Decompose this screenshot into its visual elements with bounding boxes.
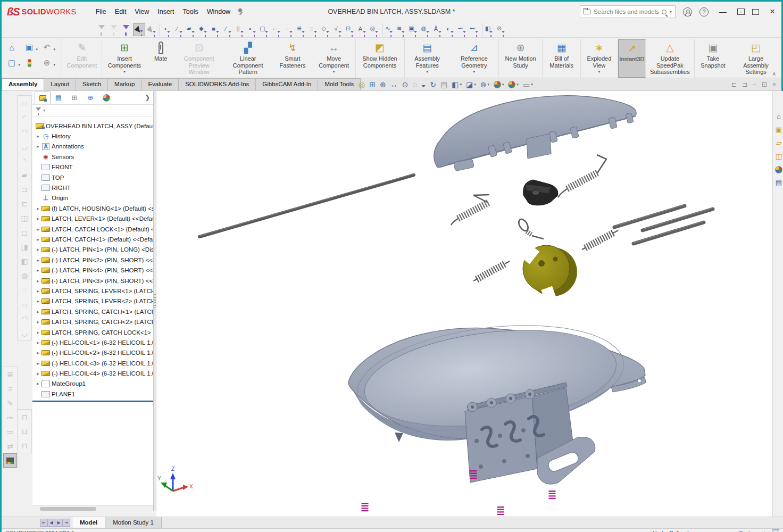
latch-spring-catch-2-part[interactable] — [473, 261, 510, 281]
featuremanager-design-tree-tab[interactable] — [35, 92, 51, 104]
expand-caret-icon[interactable] — [35, 227, 41, 232]
filter-notes[interactable]: A — [355, 23, 368, 36]
edit-appearance[interactable]: ▾ — [492, 80, 506, 89]
view-palette[interactable]: ◫ — [774, 151, 783, 161]
exploded-view-button[interactable]: ∗ Exploded View ▾ — [581, 39, 618, 78]
expand-caret-icon[interactable] — [35, 216, 41, 221]
toggle-selection-filters[interactable] — [121, 23, 133, 36]
next-tab-button[interactable]: ▶ — [55, 519, 63, 527]
square-wave-tool[interactable]: ⊓ — [18, 438, 31, 453]
search-dropdown-icon[interactable]: ▾ — [670, 10, 672, 14]
first-tab-button[interactable]: ⇤ — [40, 519, 48, 527]
tab-assembly[interactable]: Assembly — [2, 78, 44, 90]
doc-tile-right[interactable]: ⊐ — [742, 81, 747, 88]
expand-caret-icon[interactable] — [35, 278, 41, 284]
filter-routing-points[interactable]: ⊷ — [468, 23, 480, 36]
display-style[interactable]: ◪▾ — [464, 80, 478, 89]
expand-caret-icon[interactable] — [35, 371, 41, 376]
lasso-select-tool[interactable] — [145, 23, 157, 36]
search-box[interactable]: ▾ — [580, 5, 676, 18]
show-hidden-components-button[interactable]: ◩ Show Hidden Components — [356, 39, 405, 78]
tree-item[interactable]: TOP — [32, 172, 153, 182]
latch-pin-short-parts[interactable] — [614, 205, 713, 244]
filter-axes[interactable]: ⁄ — [221, 23, 233, 36]
expand-caret-icon[interactable] — [35, 309, 41, 314]
latch-spring-lever-2-part[interactable] — [558, 155, 606, 197]
expand-caret-icon[interactable] — [35, 237, 41, 242]
expand-caret-icon[interactable] — [35, 330, 41, 335]
shut-off-surfaces[interactable]: ◠ — [18, 311, 31, 326]
pan[interactable]: ↔ — [389, 80, 399, 89]
expand-caret-icon[interactable] — [35, 340, 41, 345]
move-face[interactable]: ◧ — [18, 254, 31, 268]
tree-item[interactable]: LATCH, SPRING, CATCH<2> (LATCHE — [32, 317, 153, 327]
dimxpertmanager-tab[interactable]: ⊕ — [82, 92, 98, 104]
filter-hatches[interactable]: ◐ — [443, 23, 455, 36]
draft-analysis[interactable]: ◍ — [18, 268, 31, 282]
search-icon[interactable] — [662, 10, 667, 14]
parting-surfaces[interactable]: ◡ — [18, 326, 31, 340]
appearances-scenes[interactable] — [774, 164, 783, 174]
color-display-mode[interactable] — [3, 453, 17, 468]
doc-restore[interactable]: ⊡ — [762, 81, 767, 88]
user-account-icon[interactable] — [683, 7, 692, 16]
filter-surface-finish-symbols[interactable]: √ — [331, 23, 343, 36]
view-orientation[interactable]: ◧▾ — [450, 80, 463, 89]
tree-item[interactable]: PLANE1 — [32, 389, 153, 399]
filter-edges[interactable]: ∕ — [172, 23, 184, 36]
filter-vertices[interactable]: • — [160, 23, 172, 36]
planar-surface[interactable]: ▱ — [18, 96, 31, 110]
menu-tools[interactable]: Tools — [179, 5, 203, 18]
tree-item[interactable]: MateGroup1 — [32, 379, 153, 389]
tree-item[interactable]: (-) LATCH, PIN<1> (PIN, LONG) <Disp — [32, 245, 153, 255]
expand-caret-icon[interactable] — [35, 257, 41, 263]
select-tool[interactable] — [133, 23, 145, 36]
save-button[interactable]: ▣▾ — [21, 40, 37, 54]
latch-spring-lever-1-part[interactable] — [451, 195, 489, 225]
menu-view[interactable]: View — [130, 5, 153, 18]
filter-weld-beads[interactable]: ≋ — [394, 23, 406, 36]
maximize-button[interactable] — [752, 9, 759, 15]
line-color[interactable]: ✎ — [3, 396, 17, 410]
filter-connection-points[interactable]: ⊸ — [455, 23, 468, 36]
displaymanager-tab[interactable] — [98, 92, 114, 104]
filter-datums[interactable]: ◎ — [368, 23, 380, 36]
tree-item[interactable]: LATCH, SPRING, CATCH<1> (LATCHE — [32, 306, 153, 317]
tree-item[interactable]: LATCH, LEVER<1> (Default) <<Defaul — [32, 214, 153, 224]
doc-close[interactable]: × — [772, 81, 776, 88]
prev-tab-button[interactable]: ◀ — [47, 519, 55, 527]
reference-geometry-button[interactable]: ⊿ Reference Geometry ▾ — [450, 39, 499, 78]
view-home-button[interactable]: ⌂ — [4, 40, 20, 54]
heli-coil-parts[interactable] — [365, 470, 552, 515]
undo-button[interactable]: ↶▾ — [39, 40, 55, 54]
untrim-surface[interactable]: ◫ — [18, 211, 31, 225]
minimize-button[interactable]: — — [716, 6, 730, 17]
filter-balloons[interactable]: Å — [431, 23, 443, 36]
expand-caret-icon[interactable] — [35, 319, 41, 325]
zoom-to-fit[interactable]: ◎ — [357, 80, 366, 89]
panel-expand-icon[interactable]: ❯ — [145, 94, 150, 101]
hide-edit-colors[interactable]: ⇄ — [3, 439, 17, 453]
motion-study-tab[interactable]: Motion Study 1 — [105, 517, 162, 528]
filter-dowel-pins[interactable]: ◧ — [482, 23, 494, 36]
line-style[interactable]: ≕ — [3, 425, 17, 439]
filter-weld-symbols[interactable]: ∿ — [382, 23, 394, 36]
tab-markup[interactable]: Markup — [107, 78, 141, 90]
menu-edit[interactable]: Edit — [111, 5, 131, 18]
expand-caret-icon[interactable] — [35, 268, 41, 273]
tree-item[interactable]: LATCH, CATCH<1> (Default) <<Defau — [32, 234, 153, 244]
instant3d-button[interactable]: ↗ Instant3D — [618, 39, 646, 78]
tree-item[interactable]: (-) LATCH, PIN<2> (PIN, SHORT) <<D — [32, 255, 153, 265]
last-tab-button[interactable]: ⇥ — [62, 519, 70, 527]
tree-item[interactable]: RIGHT — [32, 182, 153, 193]
span-displays-button[interactable]: ↔ — [737, 9, 745, 15]
expand-caret-icon[interactable] — [35, 381, 41, 386]
menu-insert[interactable]: Insert — [153, 5, 178, 18]
mate-button[interactable]: Mate — [147, 39, 174, 78]
clear-selections[interactable] — [109, 23, 121, 36]
tree-item[interactable]: (-) HELI-COIL<2> (6-32 HELICOIL 1.0 ( — [32, 348, 153, 358]
move-component-button[interactable]: ↔ Move Component ▾ — [313, 39, 356, 78]
filter-faces[interactable]: ▰ — [184, 23, 196, 36]
expand-caret-icon[interactable] — [35, 206, 41, 211]
tree-item[interactable]: LATCH, SPRING, LEVER<2> (LATCHED — [32, 296, 153, 306]
